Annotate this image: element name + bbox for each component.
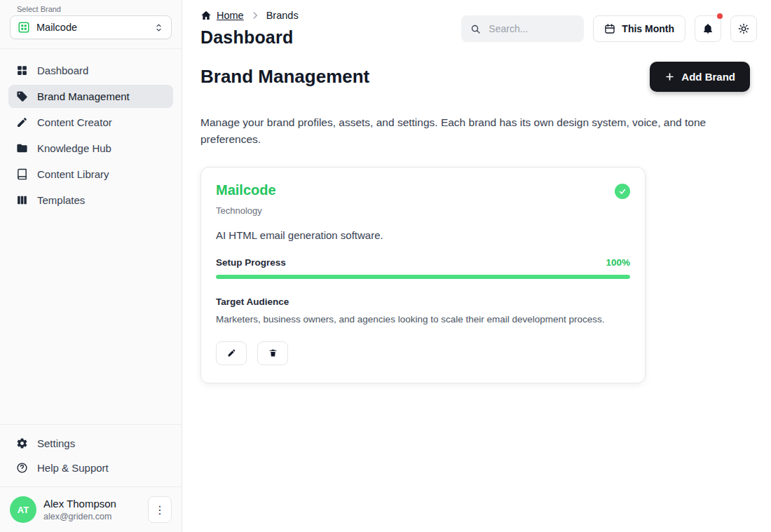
target-audience-text: Marketers, business owners, and agencies…: [216, 313, 630, 327]
notifications-button[interactable]: [695, 15, 721, 42]
search-box: [461, 15, 584, 42]
sidebar-item-label: Dashboard: [37, 64, 88, 76]
brand-category: Technology: [216, 205, 630, 216]
calendar-icon: [604, 23, 615, 34]
dashboard-icon: [16, 64, 28, 76]
sidebar-spacer: [0, 212, 182, 424]
breadcrumb-home-label: Home: [217, 10, 244, 21]
sidebar-item-content-library[interactable]: Content Library: [8, 163, 173, 186]
brand-name: Mailcode: [216, 182, 276, 198]
search-icon: [470, 24, 481, 34]
brand-description: AI HTML email generation software.: [216, 229, 630, 241]
target-audience-label: Target Audience: [216, 296, 630, 307]
home-icon: [200, 10, 212, 21]
sun-icon: [738, 23, 749, 34]
sidebar-item-label: Brand Management: [37, 90, 130, 102]
sidebar-item-label: Knowledge Hub: [37, 142, 111, 154]
topbar-controls: This Month: [461, 15, 757, 42]
progress-fill: [216, 275, 630, 279]
breadcrumb-current: Brands: [266, 10, 299, 21]
gear-icon: [16, 437, 28, 449]
sidebar: Select Brand Mailcode Dashboard Brand Ma…: [0, 0, 182, 532]
add-brand-label: Add Brand: [681, 71, 735, 83]
user-name: Alex Thompson: [43, 498, 116, 510]
sidebar-item-knowledge-hub[interactable]: Knowledge Hub: [8, 137, 173, 160]
main-area: Home Brands Dashboard This Month: [182, 0, 771, 532]
topbar: Home Brands Dashboard This Month: [182, 0, 771, 50]
check-icon: [618, 187, 627, 196]
period-filter-button[interactable]: This Month: [593, 15, 685, 42]
sidebar-item-label: Templates: [37, 194, 85, 206]
content: Brand Management Add Brand Manage your b…: [182, 50, 771, 383]
trash-icon: [268, 348, 278, 357]
brand-selector[interactable]: Mailcode: [10, 15, 172, 39]
sidebar-item-label: Content Library: [37, 168, 109, 180]
setup-progress-value: 100%: [606, 257, 630, 268]
sidebar-nav: Dashboard Brand Management Content Creat…: [0, 49, 182, 212]
add-brand-button[interactable]: Add Brand: [650, 62, 750, 92]
sidebar-item-label: Help & Support: [37, 462, 109, 474]
brand-card-actions: [216, 341, 630, 365]
sidebar-item-templates[interactable]: Templates: [8, 189, 173, 212]
brand-selector-section: Select Brand Mailcode: [0, 0, 182, 49]
chevron-up-down-icon: [153, 22, 164, 33]
sidebar-item-brand-management[interactable]: Brand Management: [8, 85, 173, 108]
user-card: AT Alex Thompson alex@griden.com ⋮: [0, 486, 182, 532]
avatar: AT: [10, 496, 36, 523]
sidebar-item-settings[interactable]: Settings: [8, 432, 173, 455]
setup-progress-label: Setup Progress: [216, 257, 286, 268]
period-filter-label: This Month: [622, 23, 674, 34]
setup-progress-row: Setup Progress 100%: [216, 257, 630, 268]
select-brand-label: Select Brand: [17, 5, 172, 13]
verified-badge: [615, 184, 630, 199]
folder-icon: [16, 142, 28, 154]
sidebar-item-label: Content Creator: [37, 116, 112, 128]
kebab-menu-icon: ⋮: [154, 503, 165, 517]
page-title: Dashboard: [200, 27, 299, 48]
book-icon: [16, 168, 28, 180]
columns-icon: [16, 194, 28, 206]
topbar-left: Home Brands Dashboard: [200, 10, 299, 48]
brand-card: Mailcode Technology AI HTML email genera…: [200, 167, 646, 383]
section-description: Manage your brand profiles, assets, and …: [200, 114, 750, 148]
brand-selector-value: Mailcode: [36, 22, 77, 33]
breadcrumb-home-link[interactable]: Home: [200, 10, 244, 21]
bell-icon: [702, 23, 714, 34]
user-info: Alex Thompson alex@griden.com: [43, 498, 116, 521]
brand-card-header: Mailcode: [216, 182, 630, 199]
section-header: Brand Management Add Brand: [200, 62, 750, 92]
pencil-icon: [16, 116, 28, 128]
edit-pencil-icon: [227, 348, 236, 357]
sidebar-item-content-creator[interactable]: Content Creator: [8, 111, 173, 134]
plus-icon: [664, 71, 675, 82]
notification-dot: [717, 13, 723, 19]
edit-brand-button[interactable]: [216, 341, 247, 365]
delete-brand-button[interactable]: [257, 341, 288, 365]
sidebar-footer-nav: Settings Help & Support: [0, 424, 182, 486]
sidebar-item-help-support[interactable]: Help & Support: [8, 456, 173, 479]
sidebar-item-label: Settings: [37, 437, 75, 449]
brand-tag-icon: [16, 90, 28, 102]
sidebar-item-dashboard[interactable]: Dashboard: [8, 59, 173, 82]
section-title: Brand Management: [200, 66, 369, 88]
search-input[interactable]: [487, 22, 575, 35]
chevron-right-icon: [250, 11, 260, 20]
breadcrumb: Home Brands: [200, 10, 299, 21]
progress-track: [216, 275, 630, 279]
user-menu-button[interactable]: ⋮: [148, 496, 172, 523]
user-email: alex@griden.com: [43, 512, 116, 521]
help-circle-icon: [16, 462, 28, 474]
brand-grid-icon: [18, 21, 30, 34]
theme-toggle-button[interactable]: [730, 15, 757, 42]
